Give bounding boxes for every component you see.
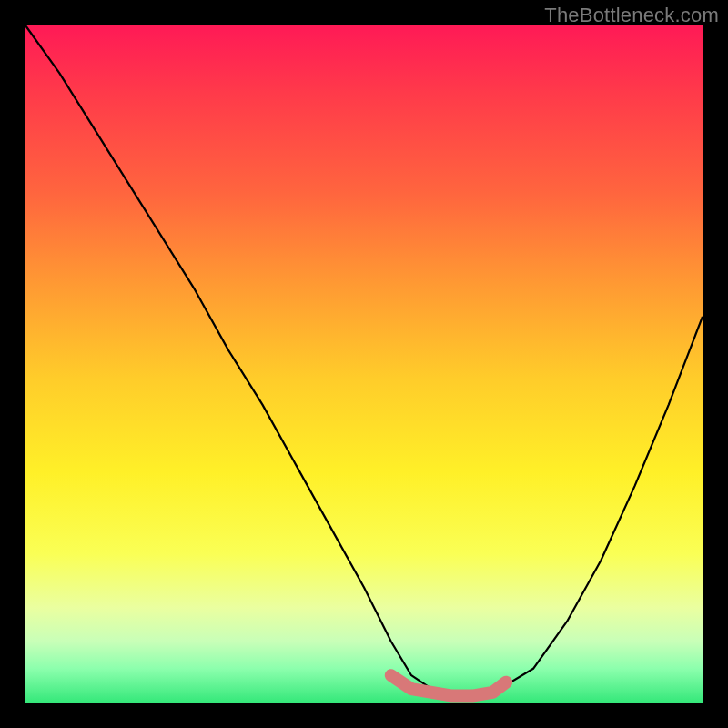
chart-frame: TheBottleneck.com (0, 0, 728, 728)
plot-area (25, 25, 703, 703)
optimal-band-marker (391, 675, 506, 695)
watermark-text: TheBottleneck.com (544, 4, 719, 27)
chart-svg (25, 25, 703, 703)
bottleneck-curve (25, 25, 703, 696)
